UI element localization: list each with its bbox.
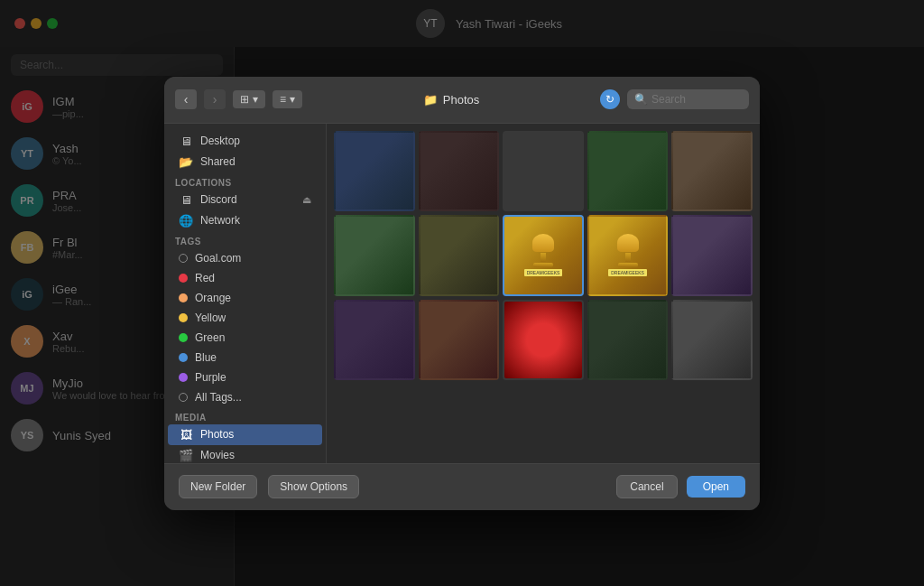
tag-green-icon <box>179 333 188 342</box>
list-icon: ≡ <box>280 93 286 106</box>
photo-cell[interactable] <box>419 300 500 381</box>
back-button[interactable]: ‹ <box>175 89 197 109</box>
grid-view-button[interactable]: ⊞ ▾ <box>233 90 265 108</box>
sidebar-item-shared[interactable]: 📂 Shared <box>168 152 322 172</box>
sidebar-item-label: Network <box>200 214 240 227</box>
footer-right: Cancel Open <box>616 475 745 498</box>
cancel-button[interactable]: Cancel <box>616 475 677 498</box>
photo-cell[interactable] <box>671 215 753 296</box>
sidebar-item-network[interactable]: 🌐 Network <box>168 210 322 231</box>
file-picker-dialog: ‹ › ⊞ ▾ ≡ ▾ 📁 Photos ↻ 🔍 <box>164 77 760 510</box>
photo-cell[interactable] <box>503 131 584 212</box>
dialog-toolbar: ‹ › ⊞ ▾ ≡ ▾ 📁 Photos ↻ 🔍 <box>164 77 760 124</box>
sidebar-item-label: Purple <box>195 371 226 384</box>
search-icon: 🔍 <box>634 93 648 106</box>
photo-cell[interactable] <box>334 215 415 296</box>
sidebar-item-discord[interactable]: 🖥 Discord ⏏ <box>168 190 322 210</box>
shared-icon: 📂 <box>179 155 193 169</box>
photo-cell[interactable] <box>587 131 669 212</box>
tag-purple-icon <box>179 373 188 382</box>
photo-cell[interactable] <box>587 300 669 381</box>
sidebar-item-label: Goal.com <box>195 252 241 265</box>
tag-blue-icon <box>179 353 188 362</box>
sidebar-item-goalcom[interactable]: Goal.com <box>168 248 322 268</box>
sidebar-item-movies[interactable]: 🎬 Movies <box>168 445 322 463</box>
sidebar-item-label: Desktop <box>200 135 240 147</box>
search-box: 🔍 <box>627 89 749 109</box>
sidebar-item-blue[interactable]: Blue <box>168 348 322 367</box>
tag-empty-icon <box>179 393 188 402</box>
photo-cell[interactable]: DREAMIGEEKS <box>587 215 669 296</box>
desktop-icon: 🖥 <box>179 135 193 148</box>
new-folder-button[interactable]: New Folder <box>179 475 257 498</box>
photo-cell[interactable] <box>503 300 584 381</box>
tag-orange-icon <box>179 293 188 302</box>
refresh-button[interactable]: ↻ <box>600 89 620 109</box>
tags-section-label: Tags <box>164 231 326 248</box>
sidebar-item-alltags[interactable]: All Tags... <box>168 387 322 407</box>
sidebar-item-label: Red <box>195 272 215 284</box>
dialog-title-text: Photos <box>443 93 479 107</box>
sidebar-item-desktop[interactable]: 🖥 Desktop <box>168 131 322 152</box>
network-icon: 🌐 <box>179 214 193 228</box>
trophy-image: DREAMIGEEKS <box>524 234 563 276</box>
view-dropdown-icon: ▾ <box>253 93 258 106</box>
list-dropdown-icon: ▾ <box>290 93 295 106</box>
photo-cell[interactable] <box>671 131 753 212</box>
forward-button[interactable]: › <box>204 89 226 109</box>
footer-left: New Folder Show Options <box>179 475 359 498</box>
dialog-sidebar: 🖥 Desktop 📂 Shared Locations 🖥 Discord ⏏… <box>164 124 327 463</box>
tag-empty-icon <box>179 254 188 263</box>
sidebar-item-purple[interactable]: Purple <box>168 367 322 387</box>
dialog-title: 📁 Photos <box>310 93 593 107</box>
sidebar-item-label: Discord <box>200 193 237 206</box>
photo-cell-selected[interactable]: DREAMIGEEKS <box>503 215 584 296</box>
sidebar-item-label: Movies <box>200 449 235 461</box>
photos-icon: 🖼 <box>179 428 193 442</box>
sidebar-item-label: Photos <box>200 428 234 441</box>
modal-overlay: ‹ › ⊞ ▾ ≡ ▾ 📁 Photos ↻ 🔍 <box>0 0 924 586</box>
eject-icon[interactable]: ⏏ <box>302 194 311 206</box>
sidebar-item-label: Yellow <box>195 312 226 324</box>
show-options-button[interactable]: Show Options <box>268 475 359 498</box>
photo-grid: DREAMIGEEKS DREAMIGEEKS <box>334 131 753 381</box>
discord-icon: 🖥 <box>179 193 193 207</box>
sidebar-item-yellow[interactable]: Yellow <box>168 308 322 328</box>
tag-red-icon <box>179 274 188 283</box>
sidebar-item-red[interactable]: Red <box>168 268 322 288</box>
photo-cell[interactable] <box>334 131 415 212</box>
sidebar-item-photos[interactable]: 🖼 Photos <box>168 424 322 445</box>
photo-cell[interactable] <box>419 131 500 212</box>
grid-icon: ⊞ <box>240 93 249 106</box>
dialog-footer: New Folder Show Options Cancel Open <box>164 463 760 510</box>
folder-icon: 📁 <box>423 93 438 107</box>
sidebar-item-label: Shared <box>200 155 236 168</box>
list-view-button[interactable]: ≡ ▾ <box>273 90 302 108</box>
dialog-search-input[interactable] <box>651 93 742 106</box>
sidebar-item-label: All Tags... <box>195 391 242 404</box>
sidebar-item-orange[interactable]: Orange <box>168 288 322 308</box>
dialog-main: DREAMIGEEKS DREAMIGEEKS <box>327 124 760 463</box>
open-button[interactable]: Open <box>687 476 745 498</box>
movies-icon: 🎬 <box>179 449 193 462</box>
photo-cell[interactable] <box>334 300 415 381</box>
photo-cell[interactable] <box>671 300 753 381</box>
media-section-label: Media <box>164 407 326 424</box>
sidebar-item-green[interactable]: Green <box>168 328 322 348</box>
dialog-body: 🖥 Desktop 📂 Shared Locations 🖥 Discord ⏏… <box>164 124 760 463</box>
sidebar-item-label: Blue <box>195 351 217 364</box>
sidebar-item-label: Green <box>195 331 225 344</box>
trophy-image: DREAMIGEEKS <box>608 234 647 276</box>
photo-cell[interactable] <box>419 215 500 296</box>
locations-section-label: Locations <box>164 172 326 190</box>
tag-yellow-icon <box>179 313 188 322</box>
sidebar-item-label: Orange <box>195 292 231 304</box>
